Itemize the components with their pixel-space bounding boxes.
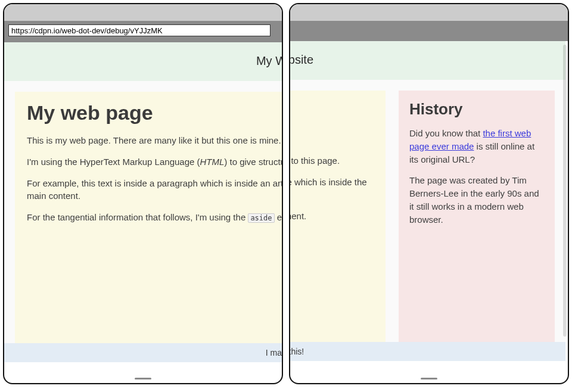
article-p4-text-b: element. <box>275 212 282 222</box>
site-header: My Website <box>4 42 282 81</box>
article-p2-text-a: I'm using the HyperText Markup Language … <box>27 157 200 167</box>
device-status-bar <box>4 4 282 21</box>
article-heading: My web page <box>27 101 282 125</box>
article-p1: This is my web page. There are many like… <box>290 133 374 146</box>
site-footer: I made this! <box>4 343 282 362</box>
home-indicator-icon <box>421 378 437 379</box>
article-p3: For example, this text is inside a parag… <box>290 176 374 202</box>
footer-text: I made this! <box>290 347 304 356</box>
address-bar[interactable] <box>8 24 271 36</box>
aside-p1-text-a: Did you know that <box>409 128 483 138</box>
site-footer: I made this! <box>290 342 565 361</box>
device-frame-right: My Website My web page This is my web pa… <box>289 3 569 384</box>
browser-chrome <box>290 21 568 41</box>
device-comparison: My Website My web page This is my web pa… <box>0 0 575 387</box>
article-p1-text: This is my web page. There are many like… <box>27 135 259 145</box>
site-main: My web page This is my web page. There a… <box>290 80 565 342</box>
article-p4-text-b: element. <box>290 211 306 221</box>
browser-chrome <box>4 21 282 42</box>
page-content: My Website My web page This is my web pa… <box>4 42 282 362</box>
aside-heading: History <box>409 100 544 119</box>
site-title: My Website <box>290 53 313 66</box>
article-p4: For the tangential information that foll… <box>290 210 374 223</box>
aside-p1: Did you know that the first web page eve… <box>409 127 544 166</box>
aside: History Did you know that the first web … <box>399 91 555 342</box>
article-p4-text-a: For the tangential information that foll… <box>27 212 248 222</box>
article-p2-em: HTML <box>200 157 225 167</box>
device-frame-left: My Website My web page This is my web pa… <box>3 3 283 384</box>
page-content: My Website My web page This is my web pa… <box>290 41 565 361</box>
browser-viewport-right[interactable]: My Website My web page This is my web pa… <box>290 41 568 366</box>
site-main: My web page This is my web page. There a… <box>4 81 282 343</box>
article-p1-text-b: mine. <box>259 135 281 145</box>
article-p2: I'm using the HyperText Markup Language … <box>27 155 282 169</box>
article-p2-text-b: ) to give structure to this page. <box>290 155 340 166</box>
home-indicator-icon <box>135 378 151 379</box>
article-p2-text-b: ) to give structure to this page. <box>224 157 282 167</box>
site-header: My Website <box>290 41 565 80</box>
article-p3: For example, this text is inside a parag… <box>27 177 282 203</box>
aside-p2: The page was created by Tim Berners-Lee … <box>409 174 544 226</box>
article-p1: This is my web page. There are many like… <box>27 134 282 147</box>
aside-code-tag: aside <box>248 213 274 223</box>
browser-viewport-left[interactable]: My Website My web page This is my web pa… <box>4 42 282 368</box>
site-title: My Website <box>256 54 282 67</box>
article: My web page This is my web page. There a… <box>15 92 282 343</box>
article-p2: I'm using the HyperText Markup Language … <box>290 154 374 167</box>
footer-text: I made this! <box>266 348 282 357</box>
article: My web page This is my web page. There a… <box>290 91 386 342</box>
article-heading: My web page <box>290 100 374 123</box>
article-p4: For the tangential information that foll… <box>27 211 282 224</box>
device-status-bar <box>290 4 568 21</box>
